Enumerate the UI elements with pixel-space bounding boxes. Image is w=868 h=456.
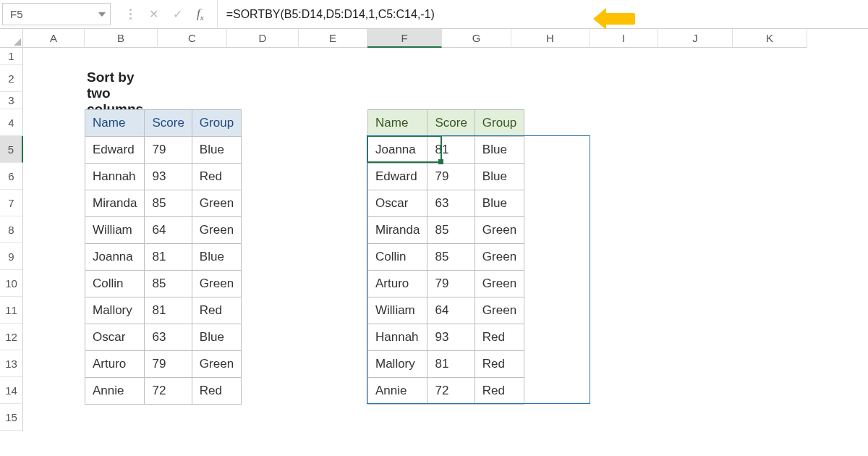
cell[interactable]: Miranda [368,217,427,244]
cell[interactable]: 79 [427,271,475,297]
row-header-13[interactable]: 13 [0,350,23,377]
col-header-g[interactable]: G [442,29,511,48]
cell[interactable]: Green [192,217,241,244]
select-all-corner[interactable] [0,29,23,48]
cell[interactable]: William [85,217,145,244]
row-header-14[interactable]: 14 [0,377,23,404]
cell[interactable]: Annie [85,378,145,405]
cell[interactable]: Annie [368,378,427,405]
cell[interactable]: Blue [192,324,241,351]
cell[interactable]: Red [192,378,241,405]
cell[interactable]: Blue [475,164,524,190]
cell[interactable]: Red [475,324,524,351]
cell[interactable]: Collin [85,271,145,297]
cell[interactable]: 85 [145,271,192,297]
cell[interactable]: Arturo [368,271,427,297]
confirm-icon[interactable]: ✓ [173,7,182,21]
col-header-a[interactable]: A [23,29,85,48]
cell[interactable]: 93 [145,164,192,190]
col-score[interactable]: Score [145,110,192,137]
cell[interactable]: 81 [427,137,475,164]
cell[interactable]: 79 [427,164,475,190]
cell[interactable]: Collin [368,244,427,271]
cell[interactable]: Oscar [85,324,145,351]
col-header-e[interactable]: E [299,29,367,48]
row-header-5[interactable]: 5 [0,136,23,163]
col-header-d[interactable]: D [227,29,299,48]
col-group[interactable]: Group [475,110,524,137]
cell[interactable]: 63 [427,190,475,217]
cell[interactable]: Hannah [85,164,145,190]
cell[interactable]: Green [192,190,241,217]
col-header-f[interactable]: F [367,29,442,48]
col-header-b[interactable]: B [85,29,158,48]
cell[interactable]: Green [475,244,524,271]
col-score[interactable]: Score [427,110,475,137]
chevron-down-icon[interactable] [98,12,106,17]
cell[interactable]: Red [475,351,524,378]
row-header-4[interactable]: 4 [0,109,23,136]
cell[interactable]: 93 [427,324,475,351]
col-name[interactable]: Name [85,110,145,137]
cell[interactable]: Joanna [85,244,145,271]
col-header-j[interactable]: J [658,29,733,48]
cell[interactable]: Joanna [368,137,427,164]
col-header-c[interactable]: C [158,29,227,48]
name-box[interactable]: F5 [2,3,111,25]
cell[interactable]: Green [475,297,524,324]
cell[interactable]: Green [475,271,524,297]
row-header-2[interactable]: 2 [0,65,23,92]
cell[interactable]: Blue [475,137,524,164]
cell[interactable]: 85 [145,190,192,217]
col-group[interactable]: Group [192,110,241,137]
cell[interactable]: 79 [145,351,192,378]
row-header-9[interactable]: 9 [0,243,23,270]
row-header-10[interactable]: 10 [0,270,23,297]
cell[interactable]: 79 [145,137,192,164]
col-name[interactable]: Name [368,110,427,137]
cell[interactable]: 72 [427,378,475,405]
fx-icon[interactable]: fx [197,7,204,22]
cancel-icon[interactable]: ✕ [149,7,158,21]
cell[interactable]: Mallory [85,297,145,324]
cell[interactable]: Arturo [85,351,145,378]
row-header-15[interactable]: 15 [0,404,23,431]
cell[interactable]: 85 [427,244,475,271]
col-header-k[interactable]: K [733,29,807,48]
row-header-7[interactable]: 7 [0,190,23,216]
more-icon[interactable] [126,0,135,28]
row-header-8[interactable]: 8 [0,216,23,243]
cell[interactable]: 72 [145,378,192,405]
cell[interactable]: 64 [145,217,192,244]
cell[interactable]: William [368,297,427,324]
cell[interactable]: Blue [475,190,524,217]
cell[interactable]: Edward [85,137,145,164]
row-header-6[interactable]: 6 [0,163,23,190]
cell[interactable]: Green [192,271,241,297]
cell[interactable]: Red [192,164,241,190]
cell[interactable]: Blue [192,137,241,164]
cell[interactable]: Red [475,378,524,405]
cell[interactable]: Hannah [368,324,427,351]
cell[interactable]: Blue [192,244,241,271]
cell[interactable]: 63 [145,324,192,351]
col-header-i[interactable]: I [590,29,658,48]
cell[interactable]: 64 [427,297,475,324]
col-header-h[interactable]: H [511,29,590,48]
cell[interactable]: Edward [368,164,427,190]
cell[interactable]: Mallory [368,351,427,378]
row-header-1[interactable]: 1 [0,48,23,65]
formula-input[interactable]: =SORTBY(B5:D14,D5:D14,1,C5:C14,-1) [218,0,868,28]
cell[interactable]: Oscar [368,190,427,217]
row-header-3[interactable]: 3 [0,92,23,109]
cell[interactable]: Green [475,217,524,244]
cell[interactable]: 81 [145,244,192,271]
row-header-11[interactable]: 11 [0,297,23,324]
cell[interactable]: 85 [427,217,475,244]
cell[interactable]: Red [192,297,241,324]
cell[interactable]: 81 [145,297,192,324]
row-header-12[interactable]: 12 [0,324,23,350]
cell[interactable]: Green [192,351,241,378]
cell[interactable]: 81 [427,351,475,378]
cell[interactable]: Miranda [85,190,145,217]
